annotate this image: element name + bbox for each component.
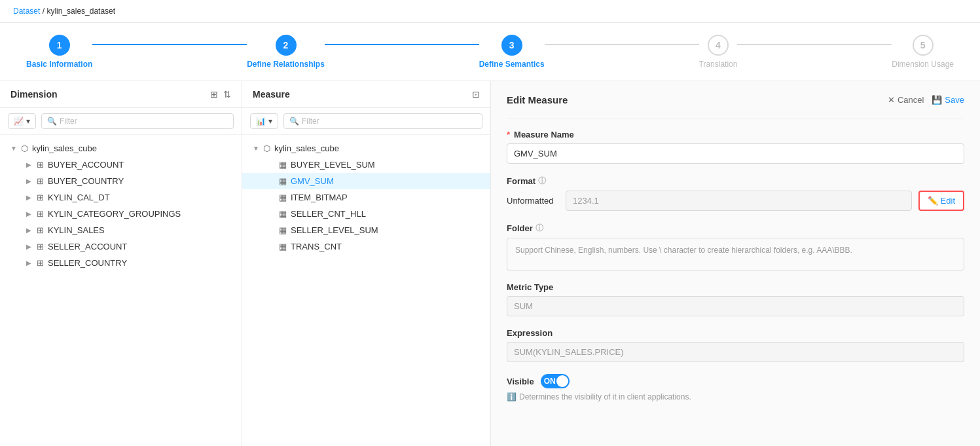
connector-3 (545, 44, 699, 45)
visible-description: ℹ️ Determines the visibility of it in cl… (507, 392, 964, 401)
tree-item-kylin-category[interactable]: ▶ ⊞ KYLIN_CATEGORY_GROUPINGS (0, 206, 242, 222)
step-1-label: Basic Information (26, 60, 92, 69)
step-2[interactable]: 2 Define Relationships (247, 35, 325, 69)
dimension-filter-bar: 📈 ▾ 🔍 (0, 108, 242, 135)
edit-panel-inner: Edit Measure ✕ Cancel 💾 Save * (491, 81, 980, 446)
toggle-thumb (556, 375, 568, 387)
measure-item-label: SELLER_CNT_HLL (291, 209, 366, 219)
measure-panel-header: Measure ⊡ (242, 81, 490, 108)
measure-panel-title: Measure (253, 89, 290, 100)
arrow-right-icon: ▶ (26, 177, 33, 185)
connector-2 (325, 44, 479, 45)
table-icon: ⊞ (37, 242, 44, 251)
breadcrumb: Dataset / kylin_sales_dataset (0, 0, 980, 23)
measure-tree-root[interactable]: ▼ ⬡ kylin_sales_cube (242, 140, 490, 157)
dimension-panel-title: Dimension (10, 89, 58, 100)
save-button[interactable]: 💾 Save (932, 95, 964, 105)
measure-item-label: BUYER_LEVEL_SUM (291, 160, 375, 170)
tree-item-label: KYLIN_CATEGORY_GROUPINGS (48, 209, 181, 219)
folder-description: Support Chinese, English, numbers. Use \… (515, 246, 852, 255)
folder-section: Folder ⓘ Support Chinese, English, numbe… (507, 223, 964, 270)
toggle-track[interactable]: ON (541, 374, 570, 388)
step-4-circle: 4 (708, 35, 729, 56)
folder-info-icon: ⓘ (535, 223, 543, 234)
measure-item-gmv-sum[interactable]: ▶ ▦ GMV_SUM (242, 173, 490, 189)
measure-item-label: ITEM_BITMAP (291, 193, 348, 202)
visible-toggle[interactable]: ON (541, 374, 570, 388)
unformatted-label: Unformatted (507, 196, 559, 206)
edit-actions: ✕ Cancel 💾 Save (888, 95, 964, 105)
measure-panel-icons: ⊡ (472, 89, 480, 100)
tree-item-buyer-country[interactable]: ▶ ⊞ BUYER_COUNTRY (0, 173, 242, 189)
breadcrumb-parent[interactable]: Dataset (13, 7, 40, 16)
arrow-right-icon: ▶ (26, 210, 33, 217)
dimension-filter-input[interactable] (60, 117, 228, 126)
measure-filter-bar: 📊 ▾ 🔍 (242, 108, 490, 135)
step-4[interactable]: 4 Translation (699, 35, 738, 69)
step-5-circle: 5 (913, 35, 934, 56)
visible-section: Visible ON ℹ️ Determines the visibility … (507, 374, 964, 401)
tree-item-label: SELLER_ACCOUNT (48, 242, 127, 251)
cube-icon: ⬡ (21, 143, 28, 153)
measure-item-trans-cnt[interactable]: ▶ ▦ TRANS_CNT (242, 238, 490, 255)
tree-item-seller-account[interactable]: ▶ ⊞ SELLER_ACCOUNT (0, 238, 242, 255)
bar-chart-icon: ▦ (279, 225, 287, 235)
format-label: Format ⓘ (507, 176, 964, 187)
dimension-type-dropdown[interactable]: 📈 ▾ (8, 113, 36, 129)
x-icon: ✕ (888, 95, 895, 105)
measure-name-input[interactable] (507, 143, 964, 164)
dimension-icon-2[interactable]: ⇅ (223, 89, 231, 100)
step-3[interactable]: 3 Define Semantics (479, 35, 545, 69)
measure-item-seller-cnt-hll[interactable]: ▶ ▦ SELLER_CNT_HLL (242, 206, 490, 222)
cancel-button[interactable]: ✕ Cancel (888, 95, 924, 105)
tree-item-seller-country[interactable]: ▶ ⊞ SELLER_COUNTRY (0, 255, 242, 271)
step-2-circle: 2 (276, 35, 297, 56)
measure-table-icon[interactable]: ⊡ (472, 89, 480, 100)
expression-value: SUM(KYLIN_SALES.PRICE) (507, 342, 964, 362)
bar-chart-icon: ▦ (279, 160, 287, 170)
bar-chart-icon: 📊 (256, 117, 266, 126)
table-icon: ⊞ (37, 160, 44, 170)
main-content: Dimension ⊞ ⇅ 📈 ▾ 🔍 ▼ ⬡ kylin_sales_cube (0, 81, 980, 446)
arrow-right-icon: ▶ (26, 161, 33, 168)
edit-header: Edit Measure ✕ Cancel 💾 Save (507, 94, 964, 105)
tree-item-buyer-account[interactable]: ▶ ⊞ BUYER_ACCOUNT (0, 157, 242, 173)
measure-type-dropdown[interactable]: 📊 ▾ (250, 113, 278, 129)
expression-label: Expression (507, 328, 964, 338)
divider (507, 119, 964, 119)
arrow-down-icon: ▼ (253, 145, 259, 152)
visible-toggle-row: Visible ON (507, 374, 964, 388)
bar-chart-icon: ▦ (279, 193, 287, 202)
tree-item-label: SELLER_COUNTRY (48, 258, 127, 268)
measure-item-label: TRANS_CNT (291, 242, 342, 251)
edit-panel: Edit Measure ✕ Cancel 💾 Save * (491, 81, 980, 446)
format-value-display: 1234.1 (566, 191, 912, 211)
measure-filter-input-wrapper: 🔍 (283, 113, 482, 129)
step-1[interactable]: 1 Basic Information (26, 35, 92, 69)
dimension-panel-icons: ⊞ ⇅ (210, 89, 231, 100)
step-3-circle: 3 (501, 35, 522, 56)
measure-filter-input[interactable] (302, 117, 477, 126)
bar-chart-icon: ▦ (279, 242, 287, 251)
tree-item-kylin-cal-dt[interactable]: ▶ ⊞ KYLIN_CAL_DT (0, 189, 242, 206)
dimension-icon-1[interactable]: ⊞ (210, 89, 218, 100)
metric-type-label: Metric Type (507, 282, 964, 292)
chart-line-icon: 📈 (14, 117, 24, 126)
dimension-tree-root[interactable]: ▼ ⬡ kylin_sales_cube (0, 140, 242, 157)
measure-item-buyer-level-sum[interactable]: ▶ ▦ BUYER_LEVEL_SUM (242, 157, 490, 173)
chevron-down-icon: ▾ (268, 117, 272, 126)
table-icon: ⊞ (37, 209, 44, 219)
measure-tree-root-label: kylin_sales_cube (274, 143, 339, 153)
folder-box[interactable]: Support Chinese, English, numbers. Use \… (507, 238, 964, 270)
breadcrumb-current: kylin_sales_dataset (46, 7, 115, 16)
measure-item-seller-level-sum[interactable]: ▶ ▦ SELLER_LEVEL_SUM (242, 222, 490, 238)
step-5[interactable]: 5 Dimension Usage (892, 35, 954, 69)
step-1-circle: 1 (49, 35, 70, 56)
search-icon: 🔍 (47, 117, 57, 126)
tree-item-kylin-sales[interactable]: ▶ ⊞ KYLIN_SALES (0, 222, 242, 238)
folder-label: Folder ⓘ (507, 223, 964, 234)
measure-name-label: * Measure Name (507, 130, 964, 139)
measure-item-item-bitmap[interactable]: ▶ ▦ ITEM_BITMAP (242, 189, 490, 206)
toggle-on-label: ON (544, 377, 556, 386)
edit-format-button[interactable]: ✏️ Edit (918, 191, 964, 211)
